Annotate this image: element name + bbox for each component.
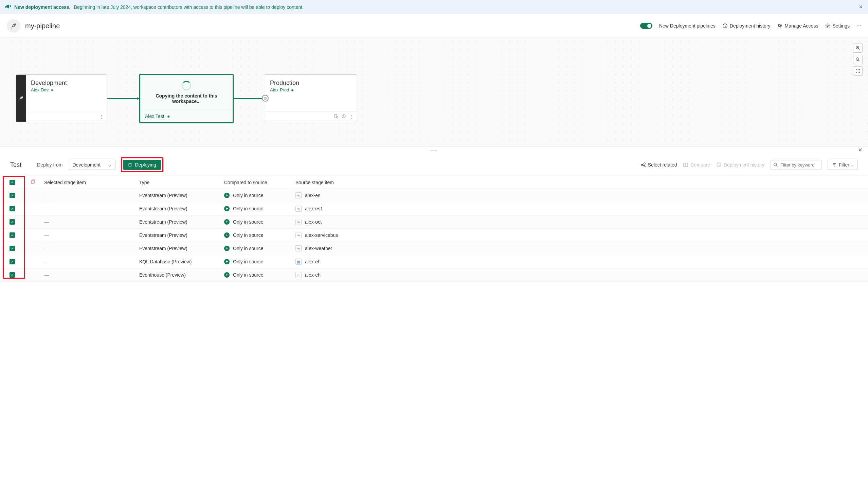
stage-more-icon[interactable]: ⋮	[99, 114, 104, 120]
blocked-icon: ⊘	[262, 95, 269, 102]
svg-point-0	[14, 25, 15, 25]
selected-item-cell: —	[44, 246, 139, 251]
chevron-up-icon[interactable]	[858, 148, 863, 154]
history-icon[interactable]	[341, 114, 346, 120]
source-cell: ▤ alex-eh	[295, 259, 431, 265]
stage-test-sub: Alex Test	[145, 113, 164, 119]
select-related-button[interactable]: Select related	[640, 162, 677, 168]
item-type-icon: ∿	[295, 219, 302, 225]
source-cell: ∿ alex-servicebus	[295, 232, 431, 238]
stage-development[interactable]: Development Alex Dev ◈ ⋮	[16, 74, 107, 122]
filter-label: Filter	[839, 162, 849, 168]
item-type-icon: ∿	[295, 192, 302, 198]
filter-button[interactable]: Filter ⌵	[828, 160, 858, 170]
type-cell: Eventhouse (Preview)	[139, 272, 224, 278]
table-row[interactable]: ✓ — Eventstream (Preview) + Only in sour…	[0, 229, 868, 242]
megaphone-icon	[5, 4, 11, 10]
diamond-icon: ◈	[291, 88, 294, 92]
type-cell: Eventstream (Preview)	[139, 246, 224, 251]
table-row[interactable]: ✓ — Eventstream (Preview) + Only in sour…	[0, 189, 868, 202]
th-selected: Selected stage item	[44, 180, 139, 185]
table-row[interactable]: ✓ — Eventhouse (Preview) + Only in sourc…	[0, 268, 868, 282]
chevron-down-icon: ⌵	[851, 163, 853, 167]
deploy-from-label: Deploy from	[37, 162, 62, 168]
svg-point-9	[337, 117, 338, 118]
manage-access-link[interactable]: Manage Access	[777, 23, 818, 29]
selected-item-cell: —	[44, 259, 139, 264]
type-cell: Eventstream (Preview)	[139, 232, 224, 238]
plus-icon: +	[224, 206, 230, 211]
svg-rect-18	[32, 180, 34, 184]
compare-button: Compare	[683, 162, 710, 168]
select-related-label: Select related	[648, 162, 677, 168]
selected-item-cell: —	[44, 232, 139, 238]
drag-handle-icon[interactable]: ══	[0, 146, 868, 154]
page-header: my-pipeline New Deployment pipelines Dep…	[0, 14, 868, 38]
rules-icon[interactable]	[334, 114, 339, 120]
row-checkbox[interactable]: ✓	[10, 259, 15, 264]
svg-point-2	[778, 24, 780, 26]
stage-dev-title: Development	[26, 75, 107, 87]
selected-item-cell: —	[44, 219, 139, 225]
deploying-button[interactable]: Deploying	[123, 160, 161, 170]
table-row[interactable]: ✓ — Eventstream (Preview) + Only in sour…	[0, 242, 868, 255]
svg-rect-14	[684, 163, 685, 167]
stage-prod-title: Production	[265, 75, 357, 87]
source-cell: ∿ alex-es1	[295, 206, 431, 212]
zoom-in-button[interactable]	[853, 43, 863, 53]
row-checkbox[interactable]: ✓	[10, 219, 15, 225]
item-type-icon: ∿	[295, 245, 302, 251]
pipeline-arrow	[234, 98, 265, 99]
banner-title: New deployment access.	[14, 4, 71, 10]
compared-cell: + Only in source	[224, 246, 295, 251]
settings-link[interactable]: Settings	[825, 23, 850, 29]
svg-point-7	[21, 97, 22, 98]
panel-toolbar: Test Deploy from Development ⌵ Deploying…	[0, 154, 868, 176]
compared-cell: + Only in source	[224, 272, 295, 278]
stage-test[interactable]: Copying the content to this workspace...…	[139, 74, 234, 123]
svg-rect-15	[686, 163, 688, 167]
fit-view-button[interactable]	[853, 66, 863, 76]
deployment-history-link[interactable]: Deployment history	[722, 23, 771, 29]
row-checkbox[interactable]: ✓	[10, 272, 15, 278]
plus-icon: +	[224, 232, 230, 238]
table-row[interactable]: ✓ — Eventstream (Preview) + Only in sour…	[0, 202, 868, 215]
stage-prod-sub: Alex Prod	[270, 87, 289, 92]
manage-access-label: Manage Access	[785, 23, 818, 29]
row-checkbox[interactable]: ✓	[10, 193, 15, 198]
search-input[interactable]	[771, 160, 821, 170]
stage-more-icon[interactable]: ⋮	[349, 114, 354, 120]
source-cell: ∿ alex-oct	[295, 219, 431, 225]
row-checkbox[interactable]: ✓	[10, 206, 15, 211]
close-icon[interactable]: ×	[859, 3, 863, 11]
new-pipelines-toggle[interactable]	[640, 23, 652, 29]
type-cell: KQL Database (Preview)	[139, 259, 224, 264]
compare-label: Compare	[690, 162, 710, 168]
search-input-wrap	[771, 160, 821, 170]
more-icon[interactable]: ⋯	[856, 23, 861, 29]
new-pipelines-label: New Deployment pipelines	[659, 23, 716, 29]
copy-icon[interactable]	[31, 179, 44, 185]
panel-history-button: Deployment history	[716, 162, 764, 168]
svg-point-17	[774, 163, 777, 166]
compared-cell: + Only in source	[224, 219, 295, 225]
select-all-checkbox[interactable]: ✓	[10, 180, 15, 185]
svg-point-4	[827, 25, 828, 27]
compared-cell: + Only in source	[224, 259, 295, 264]
type-cell: Eventstream (Preview)	[139, 193, 224, 198]
rocket-icon	[16, 75, 26, 122]
table-row[interactable]: ✓ — KQL Database (Preview) + Only in sou…	[0, 255, 868, 268]
deploy-from-select[interactable]: Development ⌵	[68, 160, 115, 170]
spinner-icon	[128, 163, 132, 167]
deployment-history-label: Deployment history	[730, 23, 771, 29]
row-checkbox[interactable]: ✓	[10, 232, 15, 238]
plus-icon: +	[224, 259, 230, 264]
zoom-out-button[interactable]	[853, 55, 863, 64]
table-row[interactable]: ✓ — Eventstream (Preview) + Only in sour…	[0, 215, 868, 229]
row-checkbox[interactable]: ✓	[10, 246, 15, 251]
th-type: Type	[139, 180, 224, 185]
compared-cell: + Only in source	[224, 232, 295, 238]
stage-production[interactable]: ⊘ Production Alex Prod ◈ ⋮	[265, 74, 357, 122]
plus-icon: +	[224, 246, 230, 251]
svg-point-13	[644, 165, 645, 167]
